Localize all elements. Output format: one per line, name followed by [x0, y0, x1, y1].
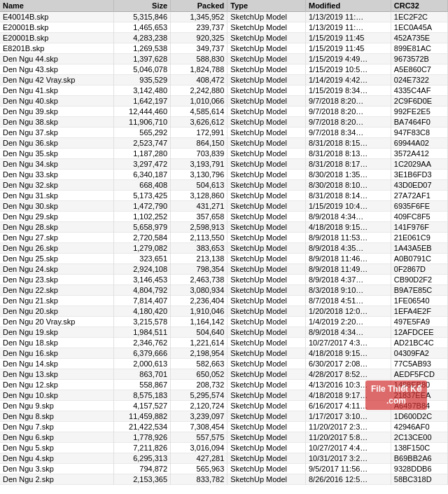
cell-packed: 565,963 [171, 464, 227, 474]
table-row[interactable]: Den Ngu 22.skp4,804,7923,080,934SketchUp… [0, 285, 448, 296]
table-row[interactable]: Den Ngu 33.skp6,340,1873,130,796SketchUp… [0, 170, 448, 180]
table-row[interactable]: Den Ngu 20.skp4,180,4201,910,046SketchUp… [0, 306, 448, 317]
table-row[interactable]: Den Ngu 40.skp1,642,1971,010,066SketchUp… [0, 96, 448, 107]
col-header-modified[interactable]: Modified [305, 0, 391, 12]
col-header-size[interactable]: Size [113, 0, 170, 12]
table-row[interactable]: Den Ngu 24.skp2,924,108798,354SketchUp M… [0, 264, 448, 275]
cell-modified: 11/20/2017 2:3… [305, 422, 391, 432]
table-row[interactable]: Den Ngu 8.skp11,459,8823,239,097SketchUp… [0, 411, 448, 422]
cell-size: 7,211,826 [113, 443, 170, 453]
table-row[interactable]: E40014B.skp5,315,8461,345,952SketchUp Mo… [0, 12, 448, 22]
cell-name: Den Ngu 19.skp [0, 327, 113, 338]
cell-type: SketchUp Model [227, 306, 306, 317]
table-row[interactable]: Den Ngu 21.skp7,814,4072,236,404SketchUp… [0, 296, 448, 306]
cell-crc32: 21837EEA [391, 390, 447, 401]
cell-name: Den Ngu 20 Vray.skp [0, 317, 113, 327]
table-row[interactable]: Den Ngu 41.skp3,142,4802,242,880SketchUp… [0, 85, 448, 96]
col-header-packed[interactable]: Packed [171, 0, 227, 12]
table-row[interactable]: Den Ngu 43.skp5,046,0781,824,788SketchUp… [0, 64, 448, 75]
table-row[interactable]: Den Ngu 20 Vray.skp3,215,5781,164,142Ske… [0, 317, 448, 327]
table-row[interactable]: Den Ngu 32.skp668,408504,613SketchUp Mod… [0, 180, 448, 191]
table-row[interactable]: Den Ngu 6.skp1,778,926557,575SketchUp Mo… [0, 432, 448, 443]
table-row[interactable]: Den Ngu 27.skp2,720,5842,113,550SketchUp… [0, 233, 448, 243]
col-header-type[interactable]: Type [227, 0, 306, 12]
cell-modified: 10/31/2017 3:2… [305, 453, 391, 464]
cell-packed: 3,130,796 [171, 170, 227, 180]
table-row[interactable]: Den Ngu 18.skp2,346,7621,221,614SketchUp… [0, 338, 448, 348]
table-row[interactable]: Den Ngu 28.skp5,658,9792,598,913SketchUp… [0, 222, 448, 233]
table-row[interactable]: Den Ngu 36.skp2,523,747864,150SketchUp M… [0, 138, 448, 149]
table-row[interactable]: Den Ngu 3.skp794,872565,963SketchUp Mode… [0, 464, 448, 474]
cell-packed: 383,653 [171, 243, 227, 254]
cell-modified: 8/9/2018 4:37… [305, 275, 391, 285]
table-row[interactable]: Den Ngu 13.skp863,701650,052SketchUp Mod… [0, 369, 448, 380]
table-row[interactable]: Den Ngu 29.skp1,102,252357,658SketchUp M… [0, 212, 448, 222]
cell-size: 5,173,425 [113, 191, 170, 201]
table-row[interactable]: Den Ngu 16.skp6,379,6662,198,954SketchUp… [0, 348, 448, 359]
cell-size: 12,444,460 [113, 107, 170, 117]
cell-modified: 1/14/2019 4:42… [305, 75, 391, 85]
table-row[interactable]: E20001B.skp1,465,653239,737SketchUp Mode… [0, 22, 448, 33]
table-row[interactable]: Den Ngu 26.skp1,279,082383,653SketchUp M… [0, 243, 448, 254]
cell-size: 4,283,238 [113, 33, 170, 43]
cell-size: 668,408 [113, 180, 170, 191]
cell-type: SketchUp Model [227, 233, 306, 243]
cell-packed: 427,281 [171, 453, 227, 464]
table-row[interactable]: Den Ngu 35.skp1,187,280703,839SketchUp M… [0, 149, 448, 159]
table-row[interactable]: Den Ngu 19.skp1,984,511504,640SketchUp M… [0, 327, 448, 338]
cell-crc32: CB90D2F2 [391, 275, 447, 285]
table-row[interactable]: Den Ngu 4.skp6,295,313427,281SketchUp Mo… [0, 453, 448, 464]
cell-crc32: 77C5AB93 [391, 359, 447, 369]
cell-size: 5,658,979 [113, 222, 170, 233]
col-header-name[interactable]: Name [0, 0, 113, 12]
table-row[interactable]: Den Ngu 42 Vray.skp935,529408,472SketchU… [0, 75, 448, 85]
table-row[interactable]: E8201B.skp1,269,538349,737SketchUp Model… [0, 43, 448, 54]
cell-name: Den Ngu 7.skp [0, 422, 113, 432]
table-row[interactable]: Den Ngu 37.skp565,292172,991SketchUp Mod… [0, 128, 448, 138]
table-row[interactable]: Den Ngu 38.skp11,906,7103,626,612SketchU… [0, 117, 448, 128]
cell-packed: 349,737 [171, 43, 227, 54]
table-row[interactable]: Den Ngu 31.skp5,173,4253,128,860SketchUp… [0, 191, 448, 201]
table-row[interactable]: Den Ngu 23.skp3,146,4532,463,738SketchUp… [0, 275, 448, 285]
cell-packed: 3,239,097 [171, 411, 227, 422]
table-row[interactable]: Den Ngu 2.skp2,153,365833,782SketchUp Mo… [0, 474, 448, 485]
cell-type: SketchUp Model [227, 411, 306, 422]
cell-modified: 10/27/2017 4:3… [305, 338, 391, 348]
cell-name: Den Ngu 32.skp [0, 180, 113, 191]
cell-packed: 239,737 [171, 22, 227, 33]
cell-type: SketchUp Model [227, 33, 306, 43]
cell-crc32: 4335C4AF [391, 85, 447, 96]
table-row[interactable]: Den Ngu 7.skp21,422,5347,308,454SketchUp… [0, 422, 448, 432]
cell-packed: 504,613 [171, 180, 227, 191]
table-row[interactable]: Den Ngu 12.skp558,867208,732SketchUp Mod… [0, 380, 448, 390]
cell-modified: 1/13/2019 11:… [305, 12, 391, 22]
col-header-crc32[interactable]: CRC32 [391, 0, 447, 12]
table-row[interactable]: Den Ngu 5.skp7,211,8263,016,094SketchUp … [0, 443, 448, 453]
cell-type: SketchUp Model [227, 422, 306, 432]
table-row[interactable]: Den Ngu 34.skp3,297,4723,193,791SketchUp… [0, 159, 448, 170]
cell-modified: 8/30/2018 1:35… [305, 170, 391, 180]
cell-size: 2,346,762 [113, 338, 170, 348]
cell-modified: 8/30/2018 8:10… [305, 180, 391, 191]
table-row[interactable]: Den Ngu 30.skp1,472,790431,271SketchUp M… [0, 201, 448, 212]
table-row[interactable]: Den Ngu 10.skp8,575,1835,295,574SketchUp… [0, 390, 448, 401]
table-row[interactable]: Den Ngu 44.skp1,397,628588,830SketchUp M… [0, 54, 448, 64]
cell-size: 1,102,252 [113, 212, 170, 222]
cell-size: 21,422,534 [113, 422, 170, 432]
cell-name: Den Ngu 26.skp [0, 243, 113, 254]
table-row[interactable]: E20001B.skp4,283,238920,325SketchUp Mode… [0, 33, 448, 43]
cell-packed: 703,839 [171, 149, 227, 159]
cell-name: Den Ngu 18.skp [0, 338, 113, 348]
table-row[interactable]: Den Ngu 39.skp12,444,4604,585,614SketchU… [0, 107, 448, 117]
cell-type: SketchUp Model [227, 254, 306, 264]
cell-modified: 8/9/2018 4:34… [305, 212, 391, 222]
cell-size: 1,642,197 [113, 96, 170, 107]
cell-crc32: 899E81AC [391, 43, 447, 54]
cell-modified: 9/5/2017 11:56… [305, 464, 391, 474]
cell-type: SketchUp Model [227, 222, 306, 233]
table-row[interactable]: Den Ngu 25.skp323,651213,138SketchUp Mod… [0, 254, 448, 264]
table-row[interactable]: Den Ngu 14.skp2,000,613582,663SketchUp M… [0, 359, 448, 369]
table-row[interactable]: Den Ngu 9.skp4,157,5272,120,724SketchUp … [0, 401, 448, 411]
cell-size: 3,215,578 [113, 317, 170, 327]
cell-size: 4,804,792 [113, 285, 170, 296]
